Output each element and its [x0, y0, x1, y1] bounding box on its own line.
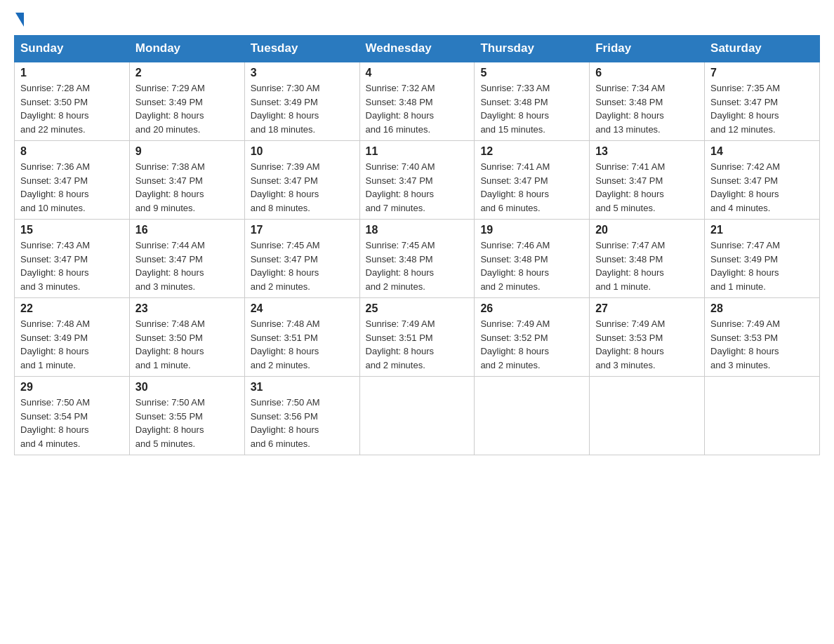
calendar-table: SundayMondayTuesdayWednesdayThursdayFrid… — [14, 35, 820, 455]
day-info: Sunrise: 7:50 AMSunset: 3:54 PMDaylight:… — [20, 397, 90, 449]
day-info: Sunrise: 7:45 AMSunset: 3:48 PMDaylight:… — [366, 240, 435, 292]
week-row-2: 8Sunrise: 7:36 AMSunset: 3:47 PMDaylight… — [15, 141, 820, 220]
day-number: 8 — [20, 145, 124, 158]
day-info: Sunrise: 7:30 AMSunset: 3:49 PMDaylight:… — [251, 83, 320, 135]
day-number: 18 — [366, 224, 469, 236]
calendar-cell: 29Sunrise: 7:50 AMSunset: 3:54 PMDayligh… — [15, 377, 130, 455]
calendar-header-row: SundayMondayTuesdayWednesdayThursdayFrid… — [15, 36, 820, 62]
day-number: 13 — [595, 145, 699, 158]
day-info: Sunrise: 7:38 AMSunset: 3:47 PMDaylight:… — [135, 161, 205, 213]
day-info: Sunrise: 7:41 AMSunset: 3:47 PMDaylight:… — [595, 161, 665, 213]
calendar-cell: 16Sunrise: 7:44 AMSunset: 3:47 PMDayligh… — [129, 220, 244, 298]
calendar-cell: 31Sunrise: 7:50 AMSunset: 3:56 PMDayligh… — [244, 377, 359, 455]
day-info: Sunrise: 7:29 AMSunset: 3:49 PMDaylight:… — [135, 83, 205, 135]
calendar-cell: 3Sunrise: 7:30 AMSunset: 3:49 PMDaylight… — [244, 62, 359, 141]
calendar-cell: 24Sunrise: 7:48 AMSunset: 3:51 PMDayligh… — [244, 298, 359, 377]
calendar-cell: 23Sunrise: 7:48 AMSunset: 3:50 PMDayligh… — [129, 298, 244, 377]
day-number: 15 — [20, 224, 124, 236]
day-number: 22 — [20, 302, 124, 315]
day-number: 7 — [710, 67, 814, 79]
week-row-4: 22Sunrise: 7:48 AMSunset: 3:49 PMDayligh… — [15, 298, 820, 377]
calendar-cell: 2Sunrise: 7:29 AMSunset: 3:49 PMDaylight… — [129, 62, 244, 141]
day-info: Sunrise: 7:46 AMSunset: 3:48 PMDaylight:… — [480, 240, 550, 292]
day-number: 16 — [135, 224, 239, 236]
day-info: Sunrise: 7:49 AMSunset: 3:53 PMDaylight:… — [595, 318, 665, 370]
day-info: Sunrise: 7:35 AMSunset: 3:47 PMDaylight:… — [710, 83, 780, 135]
day-info: Sunrise: 7:45 AMSunset: 3:47 PMDaylight:… — [251, 240, 320, 292]
day-number: 6 — [595, 67, 699, 79]
day-number: 27 — [595, 302, 699, 315]
day-header-thursday: Thursday — [475, 36, 590, 62]
logo — [14, 14, 25, 28]
week-row-3: 15Sunrise: 7:43 AMSunset: 3:47 PMDayligh… — [15, 220, 820, 298]
day-number: 25 — [366, 302, 469, 315]
calendar-cell: 4Sunrise: 7:32 AMSunset: 3:48 PMDaylight… — [359, 62, 475, 141]
calendar-cell — [705, 377, 820, 455]
calendar-cell: 9Sunrise: 7:38 AMSunset: 3:47 PMDaylight… — [129, 141, 244, 220]
day-number: 14 — [710, 145, 814, 158]
calendar-cell: 8Sunrise: 7:36 AMSunset: 3:47 PMDaylight… — [15, 141, 130, 220]
calendar-cell — [590, 377, 705, 455]
day-info: Sunrise: 7:48 AMSunset: 3:49 PMDaylight:… — [20, 318, 90, 370]
day-info: Sunrise: 7:47 AMSunset: 3:48 PMDaylight:… — [595, 240, 665, 292]
calendar-cell: 19Sunrise: 7:46 AMSunset: 3:48 PMDayligh… — [475, 220, 590, 298]
day-info: Sunrise: 7:49 AMSunset: 3:51 PMDaylight:… — [366, 318, 435, 370]
day-header-wednesday: Wednesday — [359, 36, 475, 62]
calendar-cell: 25Sunrise: 7:49 AMSunset: 3:51 PMDayligh… — [359, 298, 475, 377]
calendar-cell: 6Sunrise: 7:34 AMSunset: 3:48 PMDaylight… — [590, 62, 705, 141]
calendar-cell: 27Sunrise: 7:49 AMSunset: 3:53 PMDayligh… — [590, 298, 705, 377]
day-number: 30 — [135, 381, 239, 394]
day-info: Sunrise: 7:49 AMSunset: 3:53 PMDaylight:… — [710, 318, 780, 370]
day-number: 20 — [595, 224, 699, 236]
week-row-1: 1Sunrise: 7:28 AMSunset: 3:50 PMDaylight… — [15, 62, 820, 141]
day-number: 23 — [135, 302, 239, 315]
day-info: Sunrise: 7:50 AMSunset: 3:56 PMDaylight:… — [251, 397, 320, 449]
day-info: Sunrise: 7:44 AMSunset: 3:47 PMDaylight:… — [135, 240, 205, 292]
day-info: Sunrise: 7:34 AMSunset: 3:48 PMDaylight:… — [595, 83, 665, 135]
day-info: Sunrise: 7:28 AMSunset: 3:50 PMDaylight:… — [20, 83, 90, 135]
calendar-cell: 28Sunrise: 7:49 AMSunset: 3:53 PMDayligh… — [705, 298, 820, 377]
day-info: Sunrise: 7:36 AMSunset: 3:47 PMDaylight:… — [20, 161, 90, 213]
calendar-cell: 18Sunrise: 7:45 AMSunset: 3:48 PMDayligh… — [359, 220, 475, 298]
calendar-cell: 20Sunrise: 7:47 AMSunset: 3:48 PMDayligh… — [590, 220, 705, 298]
day-number: 29 — [20, 381, 124, 394]
calendar-cell: 14Sunrise: 7:42 AMSunset: 3:47 PMDayligh… — [705, 141, 820, 220]
day-number: 11 — [366, 145, 469, 158]
day-info: Sunrise: 7:42 AMSunset: 3:47 PMDaylight:… — [710, 161, 780, 213]
calendar-cell: 26Sunrise: 7:49 AMSunset: 3:52 PMDayligh… — [475, 298, 590, 377]
calendar-cell: 30Sunrise: 7:50 AMSunset: 3:55 PMDayligh… — [129, 377, 244, 455]
day-info: Sunrise: 7:48 AMSunset: 3:51 PMDaylight:… — [251, 318, 320, 370]
day-number: 17 — [251, 224, 354, 236]
day-info: Sunrise: 7:41 AMSunset: 3:47 PMDaylight:… — [480, 161, 550, 213]
day-info: Sunrise: 7:49 AMSunset: 3:52 PMDaylight:… — [480, 318, 550, 370]
day-number: 4 — [366, 67, 469, 79]
calendar-cell — [475, 377, 590, 455]
day-info: Sunrise: 7:40 AMSunset: 3:47 PMDaylight:… — [366, 161, 435, 213]
calendar-body: 1Sunrise: 7:28 AMSunset: 3:50 PMDaylight… — [15, 62, 820, 455]
day-number: 1 — [20, 67, 124, 79]
day-header-saturday: Saturday — [705, 36, 820, 62]
day-header-sunday: Sunday — [15, 36, 130, 62]
day-number: 31 — [251, 381, 354, 394]
day-number: 3 — [251, 67, 354, 79]
week-row-5: 29Sunrise: 7:50 AMSunset: 3:54 PMDayligh… — [15, 377, 820, 455]
calendar-cell: 17Sunrise: 7:45 AMSunset: 3:47 PMDayligh… — [244, 220, 359, 298]
day-number: 2 — [135, 67, 239, 79]
day-info: Sunrise: 7:48 AMSunset: 3:50 PMDaylight:… — [135, 318, 205, 370]
day-number: 19 — [480, 224, 583, 236]
calendar-cell: 5Sunrise: 7:33 AMSunset: 3:48 PMDaylight… — [475, 62, 590, 141]
calendar-cell: 11Sunrise: 7:40 AMSunset: 3:47 PMDayligh… — [359, 141, 475, 220]
day-number: 9 — [135, 145, 239, 158]
day-number: 24 — [251, 302, 354, 315]
day-number: 28 — [710, 302, 814, 315]
day-number: 10 — [251, 145, 354, 158]
day-info: Sunrise: 7:33 AMSunset: 3:48 PMDaylight:… — [480, 83, 550, 135]
calendar-cell: 13Sunrise: 7:41 AMSunset: 3:47 PMDayligh… — [590, 141, 705, 220]
page-header — [14, 14, 820, 28]
day-info: Sunrise: 7:32 AMSunset: 3:48 PMDaylight:… — [366, 83, 435, 135]
calendar-cell — [359, 377, 475, 455]
calendar-cell: 22Sunrise: 7:48 AMSunset: 3:49 PMDayligh… — [15, 298, 130, 377]
day-header-friday: Friday — [590, 36, 705, 62]
day-info: Sunrise: 7:50 AMSunset: 3:55 PMDaylight:… — [135, 397, 205, 449]
day-header-monday: Monday — [129, 36, 244, 62]
